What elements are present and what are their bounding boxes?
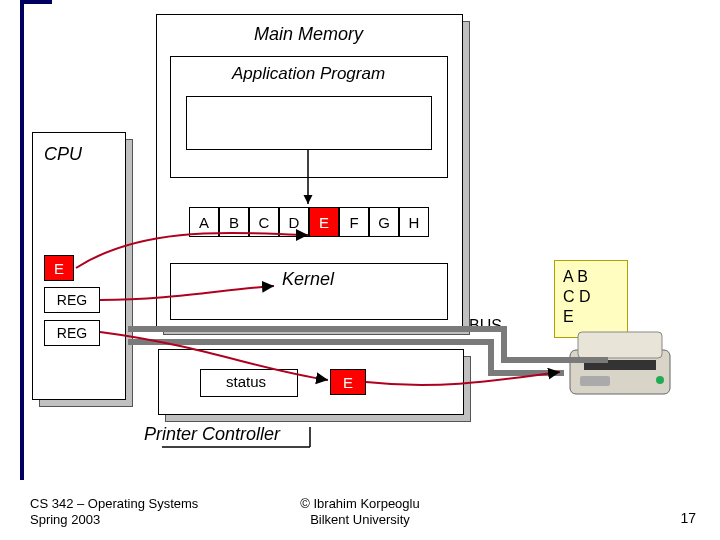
paper-line1: A B	[563, 267, 619, 287]
footer-center: © Ibrahim Korpeoglu Bilkent University	[0, 496, 720, 528]
cell-c: C	[249, 207, 279, 237]
main-memory-title: Main Memory	[254, 24, 363, 45]
bus-label: BUS	[469, 317, 502, 335]
kernel-title: Kernel	[282, 269, 334, 290]
cell-f: F	[339, 207, 369, 237]
svg-rect-1	[578, 332, 662, 358]
svg-point-3	[656, 376, 664, 384]
buffer-cells: A B C D E F G H	[189, 207, 429, 237]
printer-controller-title: Printer Controller	[144, 424, 280, 445]
reg-e-row: E	[44, 255, 74, 281]
cell-g: G	[369, 207, 399, 237]
cell-e: E	[309, 207, 339, 237]
svg-rect-4	[580, 376, 610, 386]
cpu-title: CPU	[44, 144, 82, 165]
slide-number: 17	[680, 510, 696, 526]
reg-bottom-row: REG	[44, 320, 100, 346]
slide-border-left	[20, 0, 24, 480]
reg-bottom: REG	[44, 320, 100, 346]
app-program-title: Application Program	[232, 64, 385, 84]
cell-h: H	[399, 207, 429, 237]
cell-d: D	[279, 207, 309, 237]
cell-a: A	[189, 207, 219, 237]
reg-middle-row: REG	[44, 287, 100, 313]
printer-icon	[560, 320, 690, 410]
status-label: status	[226, 373, 266, 390]
slide-border-top	[20, 0, 52, 4]
status-value: E	[330, 369, 366, 395]
footer-copyright: © Ibrahim Korpeoglu	[0, 496, 720, 512]
footer-university: Bilkent University	[0, 512, 720, 528]
reg-e: E	[44, 255, 74, 281]
paper-line2: C D	[563, 287, 619, 307]
reg-middle: REG	[44, 287, 100, 313]
app-program-inner-box	[186, 96, 432, 150]
status-value-row: E	[330, 369, 366, 395]
svg-rect-2	[584, 360, 656, 370]
cell-b: B	[219, 207, 249, 237]
